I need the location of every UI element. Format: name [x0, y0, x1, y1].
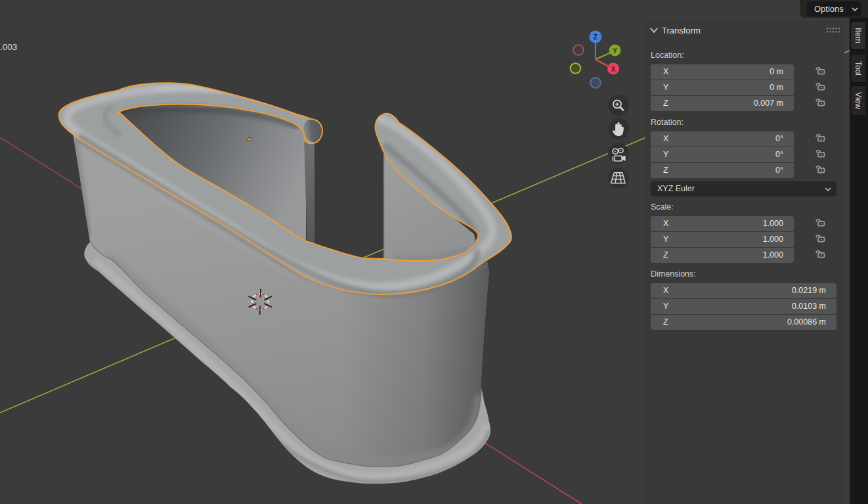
- svg-text:X: X: [611, 66, 616, 73]
- svg-text:Z: Z: [594, 33, 598, 41]
- svg-text:.003: .003: [0, 42, 17, 52]
- svg-text:Y: Y: [613, 47, 617, 55]
